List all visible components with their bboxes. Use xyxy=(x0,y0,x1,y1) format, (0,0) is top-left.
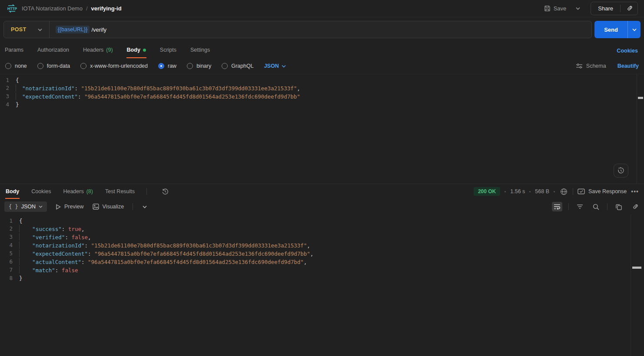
dot-separator xyxy=(505,191,506,192)
body-modified-dot xyxy=(143,49,146,52)
headers-count: (9) xyxy=(106,47,113,53)
search-button[interactable] xyxy=(591,202,601,212)
language-label: JSON xyxy=(264,63,279,69)
response-link-button[interactable] xyxy=(630,202,640,212)
link-icon xyxy=(631,204,638,210)
radio-raw[interactable]: raw xyxy=(158,63,176,69)
line-number: 5 xyxy=(0,250,19,258)
share-button-group: Share xyxy=(591,2,638,15)
request-editor-scrollbar[interactable] xyxy=(637,74,644,184)
preview-button[interactable]: Preview xyxy=(56,204,83,210)
visualize-button[interactable]: Visualize xyxy=(93,204,124,210)
radio-label: binary xyxy=(196,63,211,69)
tab-label: Authorization xyxy=(37,47,69,53)
request-body-editor[interactable]: 1{2 "notarizationId": "15b21de61100e7b80… xyxy=(0,74,644,184)
breadcrumb-collection[interactable]: IOTA Notarization Demo xyxy=(22,5,83,12)
tab-params[interactable]: Params xyxy=(4,43,24,58)
response-size[interactable]: 568 B xyxy=(535,188,549,194)
divider xyxy=(607,203,607,210)
copy-link-button[interactable] xyxy=(621,2,637,15)
tab-body[interactable]: Body xyxy=(126,43,146,58)
tab-settings[interactable]: Settings xyxy=(190,43,210,58)
line-number: 6 xyxy=(0,258,19,266)
chevron-down-icon xyxy=(143,205,147,208)
divider xyxy=(573,188,573,195)
language-dropdown[interactable]: JSON xyxy=(264,63,286,69)
more-options-button[interactable]: ••• xyxy=(631,188,639,195)
response-toolbar: { } JSON Preview Visualize xyxy=(0,199,644,214)
network-info-button[interactable] xyxy=(559,187,568,196)
request-url-row: POST {{baseURL}} /verify Send xyxy=(0,17,644,42)
response-tab-cookies[interactable]: Cookies xyxy=(31,185,51,199)
copy-icon xyxy=(615,204,622,210)
sliders-icon xyxy=(576,63,583,69)
response-body-editor[interactable]: 1{2 "success": true,3 "verified": false,… xyxy=(0,214,644,356)
copy-response-button[interactable] xyxy=(614,202,624,212)
chevron-down-icon xyxy=(38,28,42,31)
response-tab-test-results[interactable]: Test Results xyxy=(105,185,135,199)
radio-form-data[interactable]: form-data xyxy=(37,63,70,69)
tab-scripts[interactable]: Scripts xyxy=(159,43,177,58)
response-tab-headers[interactable]: Headers(8) xyxy=(63,185,93,199)
scrollbar-handle[interactable] xyxy=(638,97,643,99)
filter-button[interactable] xyxy=(575,202,585,211)
wrap-text-button[interactable] xyxy=(552,202,562,211)
radio-none[interactable]: none xyxy=(5,63,27,69)
url-input[interactable]: {{baseURL}} /verify xyxy=(50,26,592,33)
radio-graphql[interactable]: GraphQL xyxy=(222,63,253,69)
tab-label: Test Results xyxy=(105,188,135,194)
send-button[interactable]: Send xyxy=(594,21,627,38)
app-window: HTTP IOTA Notarization Demo / verifying-… xyxy=(0,0,644,356)
radio-label: GraphQL xyxy=(231,63,253,69)
send-options-chevron[interactable] xyxy=(627,21,641,38)
save-options-chevron[interactable] xyxy=(572,4,584,13)
divider xyxy=(568,203,569,210)
response-tab-body[interactable]: Body xyxy=(5,185,20,199)
response-toolbar-actions xyxy=(552,202,640,212)
code-line: 1{ xyxy=(0,76,644,84)
radio-x-www-form-urlencoded[interactable]: x-www-form-urlencoded xyxy=(80,63,148,69)
body-mode-row: none form-data x-www-form-urlencoded raw… xyxy=(0,58,644,74)
send-button-group: Send xyxy=(594,21,641,38)
scrollbar-handle[interactable] xyxy=(632,267,641,269)
response-time[interactable]: 1.56 s xyxy=(510,188,525,194)
method-dropdown[interactable]: POST xyxy=(4,21,50,38)
save-response-button[interactable]: Save Response xyxy=(578,188,627,194)
radio-label: raw xyxy=(168,63,176,69)
url-variable: {{baseURL}} xyxy=(56,26,90,33)
radio-circle xyxy=(158,63,164,69)
code-line: 3 "expectedContent": "96a5447815a0bf0e7e… xyxy=(0,92,644,101)
response-editor-scrollbar[interactable] xyxy=(631,214,644,356)
radio-circle xyxy=(80,63,86,69)
response-format-dropdown[interactable]: { } JSON xyxy=(4,201,47,212)
line-number: 4 xyxy=(0,241,19,250)
preview-label: Preview xyxy=(64,204,83,210)
postbot-button[interactable] xyxy=(614,164,628,178)
tab-authorization[interactable]: Authorization xyxy=(37,43,70,58)
request-title: verifying-id xyxy=(91,5,122,12)
tab-label: Headers xyxy=(83,47,103,53)
save-response-icon xyxy=(578,188,585,194)
postbot-icon xyxy=(617,167,625,175)
cookies-link[interactable]: Cookies xyxy=(615,43,640,58)
status-badge[interactable]: 200 OK xyxy=(474,187,500,196)
response-meta: 200 OK 1.56 s 568 B Save Response ••• xyxy=(474,187,639,196)
response-history-button[interactable] xyxy=(158,185,172,198)
braces-icon: { } xyxy=(9,204,18,210)
line-number: 1 xyxy=(0,76,16,84)
tab-headers[interactable]: Headers(9) xyxy=(83,43,113,58)
divider xyxy=(133,203,133,210)
breadcrumb-separator: / xyxy=(86,5,88,12)
share-button[interactable]: Share xyxy=(591,2,620,15)
format-options-chevron[interactable] xyxy=(142,204,148,209)
save-button[interactable]: Save xyxy=(541,3,570,14)
code-line: 4 "notarizationId": "15b21de61100e7b80df… xyxy=(0,241,644,250)
line-number: 3 xyxy=(0,92,16,101)
image-icon xyxy=(93,204,99,210)
radio-label: form-data xyxy=(47,63,70,69)
dot-separator xyxy=(529,191,531,192)
schema-button[interactable]: Schema xyxy=(576,63,606,69)
radio-binary[interactable]: binary xyxy=(187,63,211,69)
history-icon xyxy=(162,188,169,195)
beautify-button[interactable]: Beautify xyxy=(617,63,639,69)
